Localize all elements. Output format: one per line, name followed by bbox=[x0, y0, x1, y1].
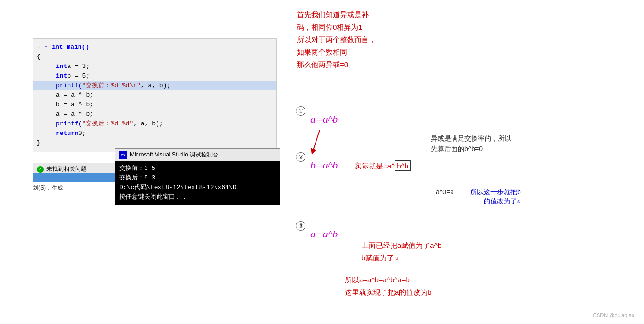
code-line-7: b = a ^ b; bbox=[33, 100, 276, 110]
step3-expr: a=a^b bbox=[310, 228, 338, 240]
step1-container: ① bbox=[296, 106, 305, 116]
step2-actual-text: 实际就是=a^b^b bbox=[354, 162, 411, 171]
kw-int-b: int bbox=[56, 71, 67, 81]
step2-a0c-annotation: 的值改为了a bbox=[484, 197, 521, 206]
step2-a0-annotation: a^0=a 所以这一步就把b bbox=[436, 187, 521, 197]
step2-right-annotation: 异或是满足交换率的，所以 先算后面的b^b=0 bbox=[431, 133, 511, 154]
step3-bottom-line1: 所以a=a^b=a^b^a=b bbox=[345, 274, 432, 286]
console-icon: cv bbox=[119, 151, 127, 159]
printf-str-before: "交换前：%d %d\n" bbox=[82, 81, 141, 90]
svg-line-0 bbox=[313, 130, 320, 152]
code-a-decl: a = 3; bbox=[67, 62, 90, 71]
printf-after: printf( bbox=[56, 119, 82, 129]
csdn-watermark: CSDN @oulaqiao bbox=[593, 313, 634, 318]
step3-circle: ③ bbox=[296, 221, 305, 231]
step1-expr: a=a^b bbox=[310, 113, 338, 125]
step1-circle: ① bbox=[296, 106, 305, 116]
step3-right-line1: 上面已经把a赋值为了a^b bbox=[362, 239, 441, 252]
step2-circle: ② bbox=[296, 152, 305, 162]
status-icon: ✓ bbox=[37, 166, 44, 173]
code-line-10: return 0; bbox=[33, 129, 276, 138]
step1-arrow-svg bbox=[310, 130, 325, 154]
code-b-decl: b = 5; bbox=[67, 71, 90, 81]
code-axor1: a = a ^ b; bbox=[56, 90, 93, 100]
code-line-4: int b = 5; bbox=[33, 71, 276, 81]
printf-args-before: , a, b); bbox=[141, 81, 170, 90]
console-window: cv Microsoft Visual Studio 调试控制台 交换前：3 5… bbox=[115, 148, 280, 205]
step2-right-line2: 先算后面的b^b=0 bbox=[431, 144, 511, 154]
step2-a0a: a^0=a bbox=[436, 188, 454, 196]
step2-right-line1: 异或是满足交换率的，所以 bbox=[431, 133, 511, 144]
step3-container: ③ bbox=[296, 221, 305, 231]
brace-open: { bbox=[37, 52, 41, 62]
code-line-3: int a = 3; bbox=[33, 62, 276, 71]
console-line-4: 按任意键关闭此窗口. . . bbox=[119, 192, 276, 202]
kw-return: return bbox=[56, 129, 79, 138]
brace-close: } bbox=[37, 138, 41, 148]
bottom-status: 划(S)，生成 bbox=[33, 184, 63, 192]
status-label: 未找到相关问题 bbox=[46, 165, 87, 173]
printf-str-after: "交换后：%d %d" bbox=[82, 119, 134, 129]
code-line-9: printf("交换后：%d %d", a, b); bbox=[33, 119, 276, 129]
step2-a0b-text: 所以这一步就把b bbox=[470, 188, 521, 196]
code-bxor: b = a ^ b; bbox=[56, 100, 93, 110]
step2-container: ② bbox=[296, 152, 305, 162]
top-line-2: 码，相同位0相异为1 bbox=[297, 21, 376, 34]
keyword-int: - int main() bbox=[45, 43, 90, 52]
kw-int-a: int bbox=[56, 62, 67, 71]
step3-right-line2: b赋值为了a bbox=[362, 252, 441, 264]
top-line-1: 首先我们知道异或是补 bbox=[297, 9, 376, 21]
code-return-val: 0; bbox=[79, 129, 86, 138]
console-title: Microsoft Visual Studio 调试控制台 bbox=[130, 151, 218, 159]
top-explanation: 首先我们知道异或是补 码，相同位0相异为1 所以对于两个整数而言， 如果两个数相… bbox=[297, 9, 376, 71]
console-titlebar: cv Microsoft Visual Studio 调试控制台 bbox=[115, 149, 280, 161]
code-panel: - - int main() { int a = 3; int b = 5; p… bbox=[33, 38, 277, 152]
step3-right-annotation: 上面已经把a赋值为了a^b b赋值为了a bbox=[362, 239, 441, 264]
code-area: - - int main() { int a = 3; int b = 5; p… bbox=[33, 39, 276, 152]
printf-before: printf( bbox=[56, 81, 82, 90]
code-line-6: a = a ^ b; bbox=[33, 90, 276, 100]
console-line-2: 交换后：5 3 bbox=[119, 173, 276, 183]
top-line-4: 如果两个数相同 bbox=[297, 46, 376, 58]
code-line-2: { bbox=[33, 52, 276, 62]
printf-args-after: , a, b); bbox=[133, 119, 163, 129]
step3-bottom-line2: 这里就实现了把a的值改为b bbox=[345, 286, 432, 299]
console-body: 交换前：3 5 交换后：5 3 D:\c代码\text8-12\text8-12… bbox=[115, 161, 280, 205]
step3-bottom-annotation: 所以a=a^b=a^b^a=b 这里就实现了把a的值改为b bbox=[345, 274, 432, 299]
console-line-1: 交换前：3 5 bbox=[119, 164, 276, 173]
step2-expr: b=a^b bbox=[310, 159, 338, 171]
top-line-5: 那么他两异或=0 bbox=[297, 58, 376, 71]
code-axor2: a = a ^ b; bbox=[56, 110, 93, 119]
code-line-5: printf("交换前：%d %d\n", a, b); bbox=[33, 81, 276, 90]
top-line-3: 所以对于两个整数而言， bbox=[297, 34, 376, 46]
console-line-3: D:\c代码\text8-12\text8-12\x64\D bbox=[119, 183, 276, 192]
code-line-1: - - int main() bbox=[33, 43, 276, 52]
code-line-11: } bbox=[33, 138, 276, 148]
code-line-8: a = a ^ b; bbox=[33, 110, 276, 119]
step2-boxed: b^b bbox=[395, 160, 411, 171]
